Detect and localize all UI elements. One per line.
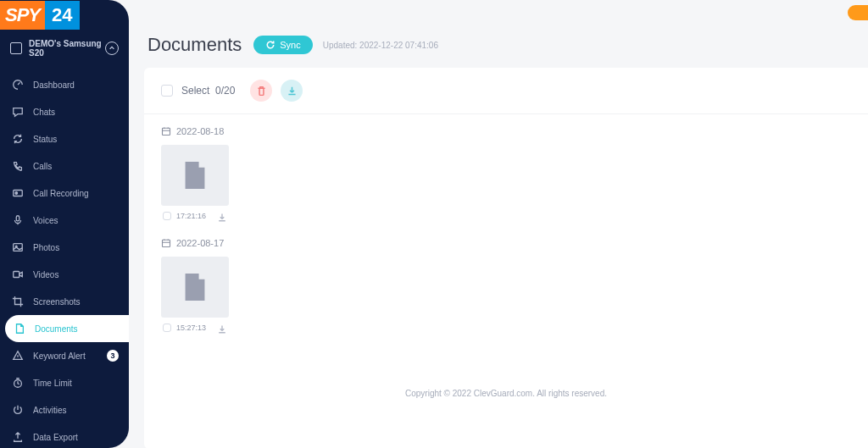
sidebar-item-label: Keyword Alert	[33, 351, 86, 361]
phone-icon	[12, 160, 24, 172]
sidebar-item-label: Data Export	[33, 433, 78, 442]
sidebar-item-label: Calls	[33, 162, 52, 171]
sidebar-item-label: Dashboard	[33, 80, 75, 90]
sidebar-item-status[interactable]: Status	[0, 125, 129, 152]
refresh-icon	[12, 133, 24, 145]
calendar-icon	[161, 126, 171, 136]
date-header: 2022-08-18	[161, 126, 851, 136]
sidebar-item-calls[interactable]: Calls	[0, 152, 129, 180]
calendar-icon	[161, 238, 171, 248]
content-card: Select 0/20 2022-08-1817:21:162022-08-17…	[144, 68, 868, 448]
brand-logo: SPY 24	[0, 0, 92, 30]
sidebar-item-screenshots[interactable]: Screenshots	[0, 288, 129, 315]
sidebar-item-label: Chats	[33, 108, 55, 117]
sync-button[interactable]: Sync	[253, 36, 312, 54]
document-card[interactable]: 17:21:16	[161, 145, 229, 226]
export-icon	[12, 431, 24, 443]
device-selector[interactable]: DEMO's Samsung S20	[0, 32, 129, 64]
svg-rect-3	[14, 244, 23, 252]
sidebar-item-label: Voices	[33, 216, 58, 225]
svg-rect-5	[14, 272, 19, 278]
document-time: 17:21:16	[176, 212, 217, 220]
document-time: 15:27:13	[176, 324, 217, 332]
file-icon	[183, 162, 207, 189]
image-icon	[12, 241, 24, 253]
device-title: DEMO's Samsung S20	[29, 39, 105, 58]
sidebar: DEMO's Samsung S20 DashboardChatsStatusC…	[0, 0, 129, 448]
chat-icon	[12, 106, 24, 118]
document-checkbox[interactable]	[163, 212, 171, 220]
logo-part1: SPY	[0, 1, 45, 30]
svg-rect-2	[16, 216, 19, 221]
sidebar-item-keyword-alert[interactable]: Keyword Alert3	[0, 342, 129, 369]
collapse-icon[interactable]	[105, 41, 119, 55]
sidebar-item-documents[interactable]: Documents	[5, 315, 129, 342]
document-thumbnail[interactable]	[161, 257, 229, 318]
nav-list: DashboardChatsStatusCallsCall RecordingV…	[0, 71, 129, 448]
logo-part2: 24	[45, 1, 79, 30]
sync-label: Sync	[280, 40, 300, 50]
download-icon	[287, 86, 298, 97]
page-header: Documents Sync Updated: 2022-12-22 07:41…	[129, 0, 868, 68]
sidebar-item-label: Videos	[33, 270, 58, 279]
date-group: 2022-08-1817:21:16	[144, 114, 868, 226]
video-icon	[12, 268, 24, 280]
doc-icon	[14, 323, 25, 335]
document-checkbox[interactable]	[163, 324, 171, 332]
crop-icon	[12, 296, 24, 307]
svg-point-1	[15, 192, 18, 195]
document-footer: 17:21:16	[161, 206, 229, 226]
sidebar-item-activities[interactable]: Activities	[0, 396, 129, 423]
alert-icon	[12, 350, 24, 362]
select-label: Select 0/20	[181, 85, 235, 97]
sidebar-item-data-export[interactable]: Data Export	[0, 423, 129, 448]
document-footer: 15:27:13	[161, 318, 229, 338]
timer-icon	[12, 377, 24, 389]
record-icon	[12, 187, 24, 199]
svg-rect-7	[163, 128, 170, 135]
power-icon	[12, 404, 24, 416]
download-icon	[217, 324, 227, 335]
page-title: Documents	[147, 34, 242, 56]
svg-rect-8	[163, 240, 170, 246]
device-icon	[10, 42, 22, 54]
sidebar-item-label: Call Recording	[33, 189, 89, 198]
footer-copyright: Copyright © 2022 ClevGuard.com. All righ…	[144, 338, 868, 415]
sidebar-item-label: Screenshots	[33, 297, 81, 307]
sync-icon	[265, 40, 275, 50]
date-group: 2022-08-1715:27:13	[144, 226, 868, 338]
sidebar-item-dashboard[interactable]: Dashboard	[0, 71, 129, 98]
updated-timestamp: Updated: 2022-12-22 07:41:06	[323, 41, 438, 50]
document-download[interactable]	[217, 211, 227, 221]
sidebar-item-label: Status	[33, 135, 57, 144]
delete-button[interactable]	[250, 80, 272, 102]
sidebar-item-label: Time Limit	[33, 379, 72, 388]
sidebar-item-photos[interactable]: Photos	[0, 234, 129, 261]
document-download[interactable]	[217, 323, 227, 333]
trash-icon	[256, 86, 267, 97]
sidebar-item-label: Documents	[35, 324, 78, 334]
sidebar-item-voices[interactable]: Voices	[0, 207, 129, 234]
sidebar-item-videos[interactable]: Videos	[0, 261, 129, 288]
badge: 3	[107, 350, 119, 362]
date-header: 2022-08-17	[161, 238, 851, 248]
sidebar-item-chats[interactable]: Chats	[0, 98, 129, 125]
download-icon	[217, 213, 227, 223]
sidebar-item-label: Activities	[33, 406, 66, 415]
select-all-checkbox[interactable]	[161, 85, 173, 97]
main-content: Documents Sync Updated: 2022-12-22 07:41…	[129, 0, 868, 448]
mic-icon	[12, 214, 24, 226]
selection-toolbar: Select 0/20	[144, 68, 868, 114]
speedometer-icon	[12, 79, 24, 91]
file-icon	[183, 274, 207, 301]
sidebar-item-time-limit[interactable]: Time Limit	[0, 369, 129, 396]
download-button[interactable]	[281, 80, 303, 102]
document-thumbnail[interactable]	[161, 145, 229, 206]
notification-pill[interactable]	[848, 5, 868, 20]
sidebar-item-call-recording[interactable]: Call Recording	[0, 180, 129, 207]
document-card[interactable]: 15:27:13	[161, 257, 229, 338]
sidebar-item-label: Photos	[33, 243, 59, 252]
